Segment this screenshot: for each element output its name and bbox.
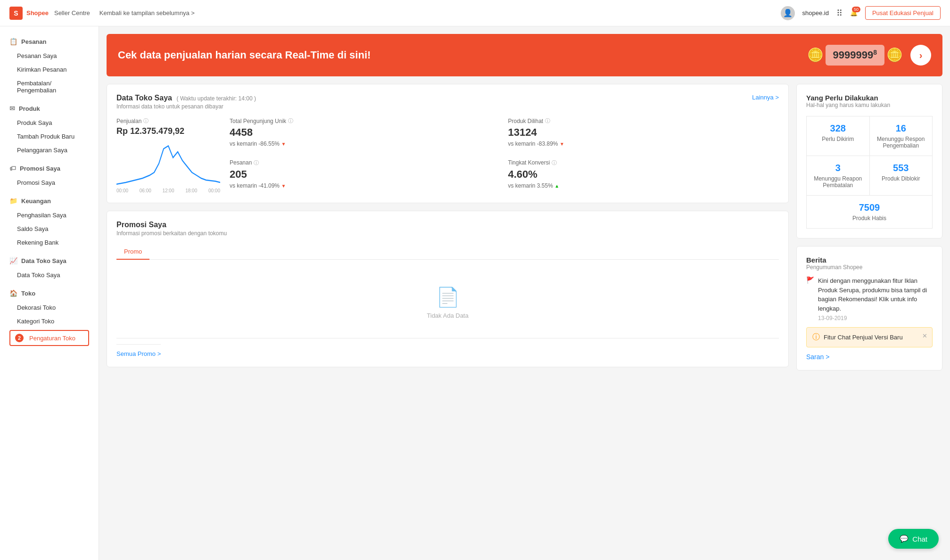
data-toko-more-link[interactable]: Lainnya >: [752, 94, 779, 101]
right-panel: Yang Perlu Dilakukan Hal-hal yang harus …: [796, 84, 942, 378]
stats-grid: Total Pengunjung Unik ⓘ 4458 vs kemarin …: [230, 117, 779, 193]
sidebar-item-dekorasi-toko[interactable]: Dekorasi Toko: [0, 301, 99, 314]
content-row: Data Toko Saya ( Waktu update terakhir: …: [107, 84, 942, 378]
chart-svg: [116, 140, 220, 187]
saran-row: Saran >: [806, 347, 933, 361]
chat-icon: 💬: [900, 535, 909, 543]
konversi-compare: vs kemarin 3.55% ▲: [508, 182, 779, 189]
yang-perlu-item-perlu-dikirim[interactable]: 328 Perlu Dikirim: [807, 116, 870, 156]
sidebar-section-produk: ✉ Produk Produk Saya Tambah Produk Baru …: [0, 101, 99, 157]
back-nav-link[interactable]: Kembali ke tampilan sebelumnya >: [99, 9, 195, 16]
logo[interactable]: S Shopee Seller Centre: [9, 7, 90, 20]
chat-label: Chat: [912, 535, 927, 543]
sidebar-item-pelanggaran[interactable]: Pelanggaran Saya: [0, 143, 99, 157]
tab-promo[interactable]: Promo: [116, 244, 149, 260]
produk-icon: ✉: [9, 105, 15, 112]
sidebar-item-rekening[interactable]: Rekening Bank: [0, 236, 99, 249]
sidebar-item-kategori-toko[interactable]: Kategori Toko: [0, 314, 99, 328]
banner-arrow-button[interactable]: ›: [910, 45, 931, 66]
toko-icon: 🏠: [9, 289, 17, 297]
pengaturan-toko-label: Pengaturan Toko: [29, 335, 75, 342]
sidebar: 📋 Pesanan Pesanan Saya Kirimkan Pesanan …: [0, 26, 99, 560]
pengunjung-label: Total Pengunjung Unik: [230, 118, 286, 124]
seller-centre-label: Seller Centre: [54, 9, 90, 16]
edu-button[interactable]: Pusat Edukasi Penjual: [865, 6, 941, 20]
sidebar-item-data-toko-saya[interactable]: Data Toko Saya: [0, 268, 99, 282]
menunggu-respon-pengembalian-number: 16: [876, 123, 926, 134]
banner-number: 99999998: [826, 45, 884, 65]
sidebar-item-penghasilan[interactable]: Penghasilan Saya: [0, 208, 99, 222]
sidebar-section-toko: 🏠 Toko Dekorasi Toko Kategori Toko 2 Pen…: [0, 286, 99, 348]
card-header: Data Toko Saya ( Waktu update terakhir: …: [116, 94, 779, 110]
avatar[interactable]: 👤: [781, 6, 795, 20]
content-left: Data Toko Saya ( Waktu update terakhir: …: [107, 84, 789, 375]
toast-close-button[interactable]: ✕: [922, 332, 927, 339]
pesanan-info-icon[interactable]: ⓘ: [254, 159, 259, 166]
promosi-tab-bar: Promo: [116, 244, 779, 260]
pesanan-icon: 📋: [9, 38, 17, 45]
empty-text: Tidak Ada Data: [427, 312, 468, 319]
sidebar-item-pengaturan-toko[interactable]: 2 Pengaturan Toko: [9, 330, 89, 346]
data-toko-section-label: Data Toko Saya: [21, 257, 66, 264]
produk-dilihat-info-icon[interactable]: ⓘ: [545, 117, 550, 124]
konversi-info-icon[interactable]: ⓘ: [552, 159, 557, 166]
pengaturan-toko-badge: 2: [15, 334, 24, 342]
sidebar-section-keuangan: 📁 Keuangan Penghasilan Saya Saldo Saya R…: [0, 193, 99, 249]
stat-konversi: Tingkat Konversi ⓘ 4.60% vs kemarin 3.55…: [508, 159, 779, 194]
grid-icon[interactable]: ⠿: [836, 8, 843, 18]
berita-item-1[interactable]: 🚩 Kini dengan menggunakan fitur Iklan Pr…: [806, 276, 933, 321]
saran-link[interactable]: Saran >: [806, 353, 829, 361]
pengunjung-info-icon[interactable]: ⓘ: [288, 117, 293, 124]
yang-perlu-subtitle: Hal-hal yang harus kamu lakukan: [806, 102, 933, 108]
sidebar-item-pembatalan[interactable]: Pembatalan/Pengembalian: [0, 76, 99, 97]
username-label: shopee.id: [802, 9, 829, 16]
perlu-dikirim-label: Perlu Dikirim: [813, 136, 863, 142]
pengunjung-value: 4458: [230, 126, 501, 139]
sidebar-item-pesanan-saya[interactable]: Pesanan Saya: [0, 49, 99, 63]
promo-banner[interactable]: Cek data penjualan harian secara Real-Ti…: [107, 34, 942, 76]
chat-button[interactable]: 💬 Chat: [888, 529, 939, 549]
pengunjung-compare: vs kemarin -86.55% ▼: [230, 140, 501, 147]
sidebar-item-tambah-produk[interactable]: Tambah Produk Baru: [0, 130, 99, 143]
chart-section: Penjualan ⓘ Rp 12.375.479,92 00:0006:001…: [116, 117, 220, 193]
sidebar-item-kirimkan-pesanan[interactable]: Kirimkan Pesanan: [0, 63, 99, 76]
promosi-empty-state: 📄 Tidak Ada Data: [116, 267, 779, 338]
sidebar-section-promosi: 🏷 Promosi Saya Promosi Saya: [0, 161, 99, 189]
all-promo-section: Semua Promo >: [116, 338, 779, 357]
sidebar-section-pesanan: 📋 Pesanan Pesanan Saya Kirimkan Pesanan …: [0, 34, 99, 97]
promosi-title: Promosi Saya: [116, 221, 227, 229]
sidebar-section-title-toko: 🏠 Toko: [0, 286, 99, 301]
produk-diblokir-number: 553: [876, 163, 926, 173]
yang-perlu-item-produk-diblokir[interactable]: 553 Produk Diblokir: [870, 156, 933, 196]
menunggu-respon-pembatalan-number: 3: [813, 163, 863, 173]
sidebar-item-produk-saya[interactable]: Produk Saya: [0, 116, 99, 130]
promosi-icon: 🏷: [9, 165, 16, 172]
promosi-card: Promosi Saya Informasi promosi berkaitan…: [107, 211, 789, 367]
data-toko-icon: 📈: [9, 257, 17, 264]
keuangan-section-label: Keuangan: [21, 198, 51, 205]
bell-badge: 50: [852, 7, 860, 12]
pesanan-label: Pesanan: [230, 159, 252, 166]
sidebar-section-title-keuangan: 📁 Keuangan: [0, 193, 99, 208]
header-right-section: 👤 shopee.id ⠿ 🔔 50 Pusat Edukasi Penjual: [781, 6, 941, 20]
yang-perlu-item-menunggu-respon-pembatalan[interactable]: 3 Menunggu Reapon Pembatalan: [807, 156, 870, 196]
yang-perlu-item-menunggu-respon-pengembalian[interactable]: 16 Menunggu Respon Pengembalian: [870, 116, 933, 156]
promosi-subtitle: Informasi promosi berkaitan dengan tokom…: [116, 230, 227, 237]
sidebar-item-saldo[interactable]: Saldo Saya: [0, 222, 99, 236]
pesanan-value: 205: [230, 168, 501, 181]
konversi-label: Tingkat Konversi: [508, 159, 550, 166]
bell-icon[interactable]: 🔔 50: [850, 9, 858, 16]
penjualan-label: Penjualan ⓘ: [116, 117, 220, 124]
semua-promo-link[interactable]: Semua Promo >: [116, 344, 161, 357]
yang-perlu-item-produk-habis[interactable]: 7509 Produk Habis: [806, 196, 933, 229]
produk-habis-label: Produk Habis: [813, 215, 925, 222]
chart-area: [116, 140, 220, 187]
data-toko-body: Penjualan ⓘ Rp 12.375.479,92 00:0006:001…: [116, 117, 779, 193]
brand-name: Shopee: [26, 9, 49, 16]
sidebar-item-promosi-saya[interactable]: Promosi Saya: [0, 176, 99, 189]
toko-section-label: Toko: [21, 290, 35, 297]
perlu-dikirim-number: 328: [813, 123, 863, 134]
penjualan-info-icon[interactable]: ⓘ: [143, 117, 149, 124]
berita-text: Kini dengan menggunakan fitur Iklan Prod…: [818, 276, 933, 313]
stat-pengunjung: Total Pengunjung Unik ⓘ 4458 vs kemarin …: [230, 117, 501, 152]
